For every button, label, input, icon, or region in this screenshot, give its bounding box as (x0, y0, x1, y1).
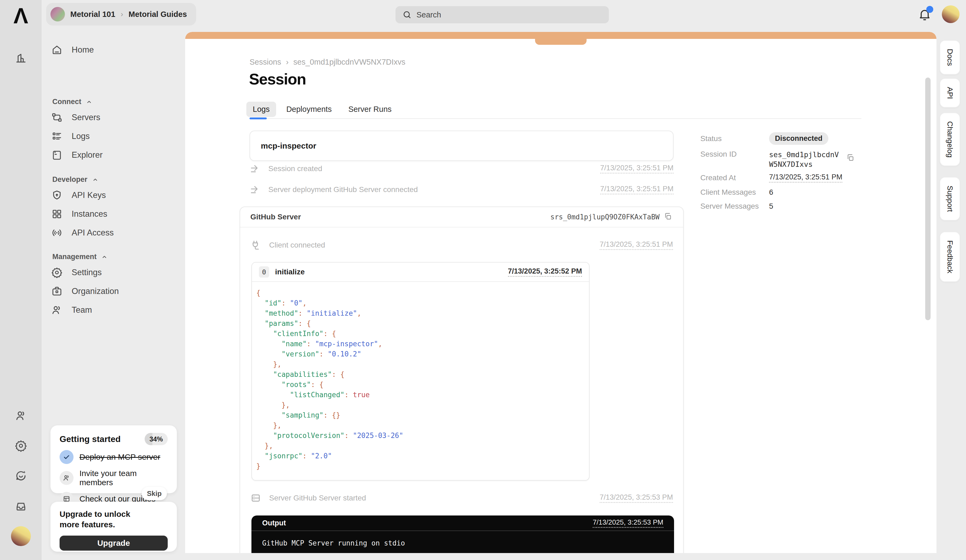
session-details: Status Disconnected Session ID ses_0md1p… (700, 131, 861, 222)
output-header: Output 7/13/2025, 3:25:53 PM (251, 516, 674, 531)
breadcrumb-chevron-icon: › (121, 10, 123, 18)
timestamp: 7/13/2025, 3:25:53 PM (593, 518, 663, 528)
forward-arrow-icon (250, 163, 260, 174)
page-title: Session (249, 70, 306, 88)
server-run-card: GitHub Server srs_0md1pjlupQ9OZ0FKAxTaBW… (240, 206, 684, 553)
trial-accent-bar (185, 32, 936, 39)
inbox-icon[interactable] (14, 499, 28, 513)
getting-started-panel: Getting started 34% Deploy an MCP server… (51, 426, 177, 493)
search-icon (402, 10, 412, 19)
project-name: Metorial Guides (128, 10, 187, 19)
client-card: mcp-inspector (250, 131, 674, 161)
client-messages-count: 6 (769, 188, 773, 196)
checklist-item-invite[interactable]: Invite your team members (59, 469, 168, 487)
copy-icon[interactable] (846, 154, 856, 163)
gear-icon (51, 267, 62, 278)
vertical-scrollbar[interactable] (925, 77, 931, 320)
detail-created-at: Created At 7/13/2025, 3:25:51 PM (700, 173, 861, 183)
sidebar-item-home[interactable]: Home (51, 41, 181, 59)
sidebar-item-team[interactable]: Team (51, 301, 181, 319)
user-avatar[interactable] (11, 526, 31, 546)
edge-tab-feedback[interactable]: Feedback (940, 232, 960, 282)
output-log-line: GitHub MCP Server running on stdio (251, 531, 674, 553)
message-header: 0 initialize 7/13/2025, 3:25:52 PM (252, 262, 589, 282)
breadcrumb: Sessions › ses_0md1pjlbcdnVW5NX7DIxvs (250, 58, 406, 67)
timestamp: 7/13/2025, 3:25:51 PM (600, 185, 674, 195)
chevron-up-icon (85, 98, 92, 105)
app-window: Λ Metorial 101 › Metorial Guides Search (0, 0, 966, 560)
active-tab-indicator (250, 118, 267, 120)
sidebar-item-instances[interactable]: Instances (51, 205, 181, 223)
message-card-initialize[interactable]: 0 initialize 7/13/2025, 3:25:52 PM { "id… (251, 262, 590, 481)
detail-status: Status Disconnected (700, 132, 861, 145)
clipboard-icon (51, 149, 62, 160)
breadcrumb-sessions-link[interactable]: Sessions (250, 58, 281, 67)
chevron-up-icon (92, 176, 99, 183)
breadcrumb-session-id: ses_0md1pjlbcdnVW5NX7DIxvs (293, 58, 405, 67)
sidebar-item-settings[interactable]: Settings (51, 264, 181, 281)
timestamp: 7/13/2025, 3:25:51 PM (600, 164, 674, 174)
server-run-id: srs_0md1pjlupQ9OZ0FKAxTaBW (550, 213, 660, 221)
checklist-item-deploy[interactable]: Deploy an MCP server (59, 450, 168, 464)
getting-started-title: Getting started (59, 434, 121, 444)
server-run-header: GitHub Server srs_0md1pjlupQ9OZ0FKAxTaBW (240, 207, 683, 228)
detail-server-messages: Server Messages 5 (700, 202, 861, 211)
output-title: Output (262, 519, 593, 527)
users-icon (59, 471, 74, 485)
sidebar-item-api-keys[interactable]: API Keys (51, 187, 181, 204)
sidebar-item-organization[interactable]: Organization (51, 283, 181, 300)
sidebar-item-servers[interactable]: Servers (51, 109, 181, 126)
detail-session-id: Session ID ses_0md1pjlbcdnVW5NX7DIxvs (700, 150, 861, 169)
json-payload: { "id": "0", "method": "initialize", "pa… (252, 282, 589, 477)
metorial-logo-icon[interactable]: Λ (0, 5, 41, 27)
sidebar-section-developer[interactable]: Developer (52, 175, 99, 184)
workspace-name: Metorial 101 (70, 10, 115, 19)
notification-badge (926, 6, 933, 13)
main-content-panel: Sessions › ses_0md1pjlbcdnVW5NX7DIxvs Se… (185, 32, 936, 553)
session-tabs: Logs Deployments Server Runs (246, 102, 398, 117)
sidebar-item-logs[interactable]: Logs (51, 128, 181, 145)
workspace-avatar (51, 7, 65, 21)
chevron-up-icon (101, 254, 108, 260)
event-client-connected: Client connected 7/13/2025, 3:25:51 PM (250, 237, 673, 253)
forward-arrow-icon (250, 184, 260, 195)
timestamp: 7/13/2025, 3:25:51 PM (600, 240, 673, 250)
upgrade-message: Upgrade to unlock more features. (59, 509, 148, 530)
topbar: Metorial 101 › Metorial Guides Search (41, 0, 966, 30)
grid-icon (51, 208, 62, 219)
sidebar-item-explorer[interactable]: Explorer (51, 146, 181, 164)
search-placeholder: Search (416, 10, 441, 19)
timestamp: 7/13/2025, 3:25:53 PM (600, 493, 673, 503)
client-name: mcp-inspector (261, 141, 316, 151)
sidebar-section-connect[interactable]: Connect (52, 98, 92, 106)
trial-accent-tab (535, 39, 586, 45)
sidebar-item-api-access[interactable]: API Access (51, 224, 181, 241)
tab-deployments[interactable]: Deployments (280, 102, 338, 117)
feedback-chat-icon[interactable] (14, 469, 28, 483)
sidebar-section-management[interactable]: Management (52, 253, 108, 261)
edge-tab-api[interactable]: API (940, 78, 960, 108)
output-console: Output 7/13/2025, 3:25:53 PM GitHub MCP … (251, 516, 674, 553)
event-session-created: Session created 7/13/2025, 3:25:51 PM (250, 160, 674, 177)
message-id-badge: 0 (259, 266, 269, 278)
briefcase-icon (51, 286, 62, 297)
edge-tab-docs[interactable]: Docs (940, 40, 960, 75)
edge-tab-support[interactable]: Support (940, 177, 960, 221)
tabs-divider (250, 118, 861, 119)
workspace-switcher[interactable]: Metorial 101 › Metorial Guides (46, 3, 196, 26)
copy-icon[interactable] (664, 213, 673, 221)
plug-icon (250, 240, 261, 251)
home-icon (51, 44, 62, 56)
skip-button[interactable]: Skip (142, 487, 167, 500)
tab-server-runs[interactable]: Server Runs (342, 102, 398, 117)
event-deployment-connected: Server deployment GitHub Server connecte… (250, 182, 674, 198)
organization-buildings-icon[interactable] (14, 51, 28, 65)
notifications-bell-icon[interactable] (918, 8, 932, 21)
edge-tab-changelog[interactable]: Changelog (940, 113, 960, 166)
tab-logs[interactable]: Logs (246, 102, 276, 117)
upgrade-button[interactable]: Upgrade (59, 535, 168, 550)
members-icon[interactable] (14, 409, 28, 423)
event-server-started: Server GitHub Server started 7/13/2025, … (250, 490, 673, 506)
settings-gear-icon[interactable] (14, 439, 28, 453)
search-input[interactable]: Search (396, 6, 609, 23)
